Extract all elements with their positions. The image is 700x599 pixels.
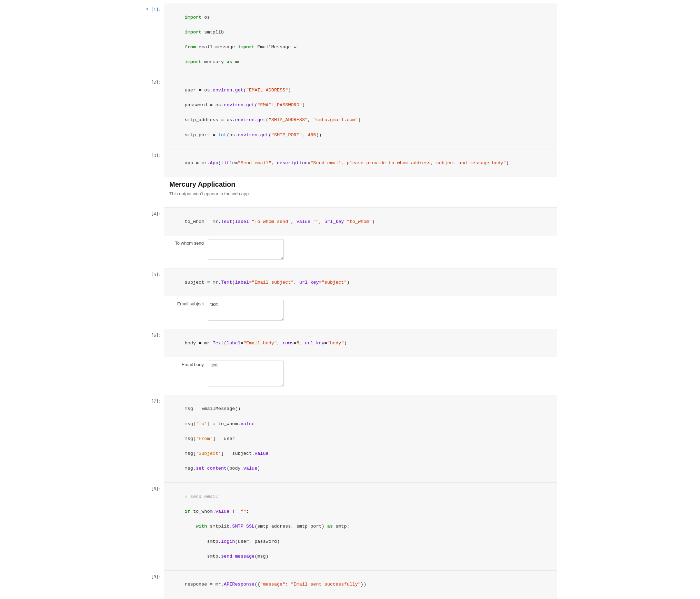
cell-6: [6]: body = mr.Text(label="Email body", …: [143, 329, 557, 357]
cell-code-4[interactable]: to_whom = mr.Text(label="To whom send", …: [164, 208, 557, 236]
cell-label-8: [8]:: [151, 487, 161, 491]
cell-label-2: [2]:: [151, 80, 161, 85]
body-input[interactable]: text: [208, 361, 284, 386]
output-gutter-3: [143, 177, 164, 207]
cell-gutter-5: [5]:: [143, 268, 164, 296]
cell-label-4: [4]:: [151, 212, 161, 216]
cell-gutter-6: [6]:: [143, 329, 164, 357]
cell-code-3[interactable]: app = mr.App(title="Send email", descrip…: [164, 149, 557, 177]
widget-row-subject: Email subject text: [169, 300, 551, 321]
output-gutter-5: [143, 296, 164, 329]
output-cell-6: Email body text: [143, 357, 557, 395]
output-cell-3: Mercury Application This output won't ap…: [143, 177, 557, 207]
cell-code-5[interactable]: subject = mr.Text(label="Email subject",…: [164, 268, 557, 296]
cell-gutter-4: [4]:: [143, 208, 164, 236]
mercury-app-title: Mercury Application: [169, 180, 551, 188]
widget-label-towhom: To whom send: [169, 239, 204, 246]
cell-gutter-2: [2]:: [143, 76, 164, 149]
cell-label-3: [3]:: [151, 153, 161, 158]
cell-8: [8]: # send email if to_whom.value != ""…: [143, 483, 557, 570]
widget-label-body: Email body: [169, 361, 204, 367]
output-cell-4: To whom send: [143, 236, 557, 268]
widget-row-towhom: To whom send: [169, 239, 551, 260]
cell-code-7[interactable]: msg = EmailMessage() msg['To'] = to_whom…: [164, 395, 557, 483]
cell-2: [2]: user = os.environ.get("EMAIL_ADDRES…: [143, 76, 557, 149]
cell-code-6[interactable]: body = mr.Text(label="Email body", rows=…: [164, 329, 557, 357]
to-whom-input[interactable]: [208, 239, 284, 260]
cell-code-8[interactable]: # send email if to_whom.value != "": wit…: [164, 483, 557, 570]
notebook: * [1]: import os import smtplib from ema…: [143, 0, 557, 599]
output-cell-5: Email subject text: [143, 296, 557, 329]
cell-5: [5]: subject = mr.Text(label="Email subj…: [143, 268, 557, 296]
cell-9: [9]: response = mr.APIResponse({"message…: [143, 571, 557, 599]
cell-1: * [1]: import os import smtplib from ema…: [143, 3, 557, 76]
cell-gutter-8: [8]:: [143, 483, 164, 570]
output-gutter-6: [143, 357, 164, 395]
cell-gutter-3: [3]:: [143, 149, 164, 177]
cell-label-1: * [1]:: [146, 7, 161, 12]
cell-3: [3]: app = mr.App(title="Send email", de…: [143, 149, 557, 177]
cell-label-6: [6]:: [151, 333, 161, 338]
cell-code-1[interactable]: import os import smtplib from email.mess…: [164, 3, 557, 76]
cell-gutter-9: [9]:: [143, 571, 164, 599]
cell-4: [4]: to_whom = mr.Text(label="To whom se…: [143, 208, 557, 236]
widget-row-body: Email body text: [169, 361, 551, 386]
output-content-5: Email subject text: [164, 296, 557, 329]
cell-code-9[interactable]: response = mr.APIResponse({"message": "E…: [164, 571, 557, 599]
output-content-4: To whom send: [164, 236, 557, 268]
cell-gutter-7: [7]:: [143, 395, 164, 483]
cell-label-9: [9]:: [151, 575, 161, 579]
cell-gutter-1: * [1]:: [143, 3, 164, 76]
cell-label-5: [5]:: [151, 272, 161, 277]
cell-code-2[interactable]: user = os.environ.get("EMAIL_ADDRESS") p…: [164, 76, 557, 149]
widget-label-subject: Email subject: [169, 300, 204, 306]
cell-7: [7]: msg = EmailMessage() msg['To'] = to…: [143, 395, 557, 483]
output-content-6: Email body text: [164, 357, 557, 395]
cell-label-7: [7]:: [151, 399, 161, 404]
output-content-3: Mercury Application This output won't ap…: [164, 177, 557, 207]
subject-input[interactable]: text: [208, 300, 284, 321]
output-gutter-4: [143, 236, 164, 268]
mercury-app-subtitle: This output won't appear in the web app.: [169, 191, 551, 196]
